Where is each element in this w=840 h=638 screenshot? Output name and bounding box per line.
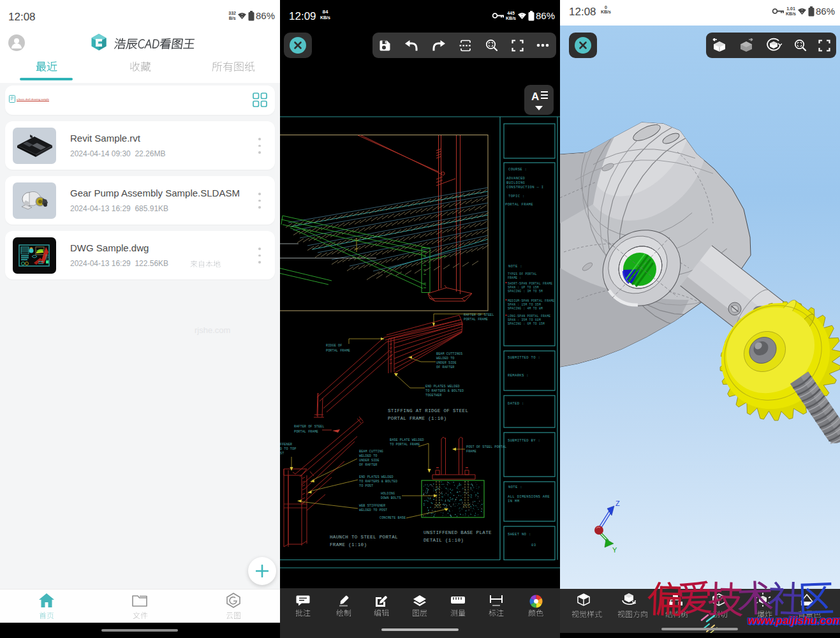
svg-text:SPACING : 6M TO 15M: SPACING : 6M TO 15M [508,322,545,325]
svg-text:DOWN BOLTS: DOWN BOLTS [381,496,401,500]
svg-text:HOLDING: HOLDING [381,492,395,496]
svg-text:PORTAL FRAME: PORTAL FRAME [464,318,488,322]
svg-text:BASE PLATE WELDED: BASE PLATE WELDED [390,438,424,442]
svg-text:TOPIC :: TOPIC : [508,194,525,198]
svg-text:HAUNCH TO STEEL PORTAL: HAUNCH TO STEEL PORTAL [330,535,398,540]
svg-text:BEAM CUTTINGS: BEAM CUTTINGS [436,352,462,356]
svg-text:LONG-SPAN PORTAL FRAME: LONG-SPAN PORTAL FRAME [508,315,550,318]
svg-text:POST OF STEEL PORTAL: POST OF STEEL PORTAL [466,445,506,449]
svg-text:SHORT-SPAN PORTAL FRAME: SHORT-SPAN PORTAL FRAME [508,282,552,285]
svg-text:UNDER SIDE: UNDER SIDE [359,459,379,463]
svg-text:BUILDING: BUILDING [506,181,526,185]
svg-text:ADVANCED: ADVANCED [506,176,526,181]
svg-text:RAFTER OF STEEL: RAFTER OF STEEL [294,425,324,429]
svg-text:TO RAFTERS & BOLTED: TO RAFTERS & BOLTED [425,389,464,393]
svg-text:PORTAL FRAME: PORTAL FRAME [505,202,533,207]
svg-text:PORTAL FRAME (1:10): PORTAL FRAME (1:10) [388,416,446,421]
svg-text:NOTE :: NOTE : [508,264,522,269]
svg-text:OF RAFTER: OF RAFTER [359,463,377,467]
svg-text:FRAME: FRAME [466,450,476,454]
svg-text:Y: Y [612,546,617,554]
svg-text:CONCRETE BASE: CONCRETE BASE [379,516,406,520]
svg-text:MEDIUM-SPAN PORTAL FRAME: MEDIUM-SPAN PORTAL FRAME [508,299,554,302]
svg-text:ALL DIMENSIONS ARE: ALL DIMENSIONS ARE [508,494,550,499]
svg-text:SPACING : 3M TO 5M: SPACING : 3M TO 5M [508,290,543,293]
svg-text:SPACING : 4M TO 8M: SPACING : 4M TO 8M [508,307,543,310]
svg-text:RIDGE OF: RIDGE OF [326,344,342,348]
svg-text:NOTE :: NOTE : [508,485,522,489]
svg-text:WELDED TO: WELDED TO [359,454,377,458]
svg-text:TO PORTAL FRAME: TO PORTAL FRAME [390,443,420,447]
svg-text:DATED :: DATED : [508,401,524,406]
svg-text:WELDED TO POST: WELDED TO POST [359,508,387,512]
svg-text:IN MM: IN MM [508,499,519,503]
svg-text:Z: Z [615,500,620,507]
svg-text:SHEET NO :: SHEET NO : [508,532,531,537]
svg-text:WELDED TO: WELDED TO [436,357,454,360]
svg-text:SPAN : 35M TO 60M: SPAN : 35M TO 60M [508,318,541,322]
svg-text:REMARKS :: REMARKS : [508,373,529,378]
svg-text:BEAM CUTTING: BEAM CUTTING [359,450,383,454]
svg-text:WEB STIFFENER: WEB STIFFENER [359,504,385,508]
svg-text:CONSTRUCTION — I: CONSTRUCTION — I [506,185,544,189]
svg-text:SUBMITTED BY :: SUBMITTED BY : [508,438,540,443]
svg-text:FRAME (1:10): FRAME (1:10) [330,542,367,547]
svg-text:STIFFING AT RIDGE OF STEEL: STIFFING AT RIDGE OF STEEL [388,408,468,413]
svg-text:END PLATES WELDED: END PLATES WELDED [359,475,394,479]
svg-text:FRAME :: FRAME : [508,276,521,279]
svg-text:OF RAFTER: OF RAFTER [436,366,454,369]
svg-text:PORTAL FRAME: PORTAL FRAME [326,349,350,353]
svg-text:TO POST: TO POST [359,484,373,488]
svg-text:COURSE :: COURSE : [508,167,527,172]
svg-text:UNDER SIDE: UNDER SIDE [436,361,457,365]
svg-text:D TO TOP: D TO TOP [280,447,296,451]
svg-text:PORTAL FRAME: PORTAL FRAME [294,430,318,434]
svg-text:ST: ST [280,452,284,456]
svg-text:03: 03 [531,543,536,547]
svg-text:SPAN : 15M TO 35M: SPAN : 15M TO 35M [508,303,541,306]
svg-text:SPAN : UP TO 15M: SPAN : UP TO 15M [508,286,539,289]
svg-text:END PLATES WELDED: END PLATES WELDED [425,385,460,389]
svg-text:DETAIL (1:10): DETAIL (1:10) [424,538,464,543]
svg-text:TOGETHER: TOGETHER [425,394,441,397]
svg-text:TYPES OF PORTAL: TYPES OF PORTAL [508,272,537,276]
svg-text:SUBMITTED TO :: SUBMITTED TO : [508,355,540,360]
svg-text:UNSTIFFENED BASE PLATE: UNSTIFFENED BASE PLATE [424,530,492,535]
svg-text:TO RAFTERS & BOLTED: TO RAFTERS & BOLTED [359,480,397,484]
svg-text:FFENER: FFENER [280,443,292,447]
